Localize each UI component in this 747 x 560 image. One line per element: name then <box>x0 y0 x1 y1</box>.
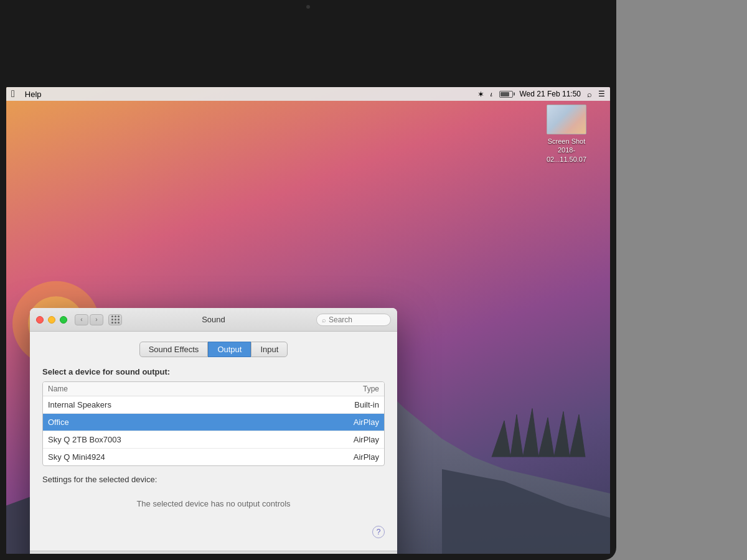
view-toggle-button[interactable] <box>108 314 122 325</box>
nav-buttons: ‹ › <box>75 314 103 325</box>
col-name: Name <box>48 385 363 393</box>
notification-center-icon[interactable]: ☰ <box>598 90 605 98</box>
desktop-icon-thumbnail <box>547 105 586 134</box>
device-name: Sky Q 2TB Box7003 <box>48 435 354 444</box>
minimize-button[interactable] <box>48 316 55 324</box>
tab-output[interactable]: Output <box>208 342 251 357</box>
device-type: AirPlay <box>354 418 379 427</box>
window-controls <box>36 316 67 324</box>
no-controls-message: The selected device has no output contro… <box>42 489 385 518</box>
tab-bar: Sound Effects Output Input <box>42 342 385 357</box>
device-type: AirPlay <box>354 435 379 444</box>
device-name: Internal Speakers <box>48 400 354 409</box>
search-input[interactable] <box>329 315 385 324</box>
menu-bar-left:  Help <box>11 88 42 100</box>
device-row[interactable]: Internal Speakers Built-in <box>43 396 384 414</box>
device-type: Built-in <box>354 400 379 409</box>
camera <box>306 5 310 9</box>
desktop-icon-label: Screen Shot 2018-02...11.50.07 <box>542 137 591 164</box>
device-row[interactable]: Sky Q Mini4924 AirPlay <box>43 449 384 465</box>
device-type: AirPlay <box>354 452 379 462</box>
menu-bar:  Help ✶ 𝜄 Wed 21 Feb 11:50 ⌕ ☰ <box>6 87 610 101</box>
sound-preferences-window: ‹ › Sound ⌕ Sound <box>30 308 397 554</box>
tab-input[interactable]: Input <box>251 342 288 357</box>
forward-button[interactable]: › <box>90 314 103 325</box>
bottom-bar: Output volume: 🔈 🔊 Mute Show volume in m… <box>30 551 397 554</box>
col-type: Type <box>363 385 379 393</box>
settings-section: Settings for the selected device: The se… <box>42 475 385 518</box>
desktop-icon-screenshot[interactable]: Screen Shot 2018-02...11.50.07 <box>542 105 591 164</box>
window-title: Sound <box>202 315 225 324</box>
device-row[interactable]: Office AirPlay <box>43 414 384 431</box>
menu-apple[interactable]:  <box>11 88 15 100</box>
screen:  Help ✶ 𝜄 Wed 21 Feb 11:50 ⌕ ☰ Screen S… <box>6 87 610 554</box>
help-area: ? <box>42 523 385 541</box>
section-heading: Select a device for sound output: <box>42 367 385 376</box>
help-button[interactable]: ? <box>372 526 385 538</box>
maximize-button[interactable] <box>60 316 67 324</box>
device-name: Sky Q Mini4924 <box>48 452 354 462</box>
device-list: Name Type Internal Speakers Built-in Off… <box>42 381 385 466</box>
search-icon[interactable]: ⌕ <box>587 90 592 99</box>
device-name: Office <box>48 418 354 427</box>
device-list-header: Name Type <box>43 382 384 396</box>
search-icon: ⌕ <box>322 316 326 324</box>
close-button[interactable] <box>36 316 44 324</box>
menu-bar-right: ✶ 𝜄 Wed 21 Feb 11:50 ⌕ ☰ <box>477 89 605 99</box>
tab-sound-effects[interactable]: Sound Effects <box>139 342 209 357</box>
menu-help[interactable]: Help <box>25 90 42 99</box>
device-row[interactable]: Sky Q 2TB Box7003 AirPlay <box>43 431 384 449</box>
settings-label: Settings for the selected device: <box>42 475 385 484</box>
title-bar: ‹ › Sound ⌕ <box>30 308 397 332</box>
battery-icon <box>499 91 513 98</box>
wifi-icon[interactable]: 𝜄 <box>491 89 493 99</box>
back-button[interactable]: ‹ <box>75 314 88 325</box>
window-content: Sound Effects Output Input Select a devi… <box>30 332 397 551</box>
search-field[interactable]: ⌕ <box>316 314 391 326</box>
datetime: Wed 21 Feb 11:50 <box>519 90 581 98</box>
bluetooth-icon[interactable]: ✶ <box>477 90 484 99</box>
